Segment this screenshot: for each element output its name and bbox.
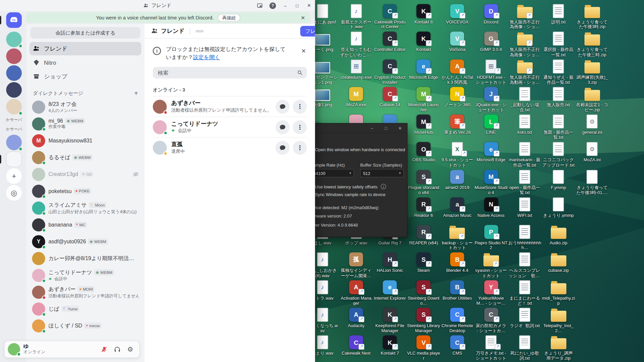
dm-list-item[interactable]: M Masayukisnow831 — [30, 132, 141, 149]
desktop-icon[interactable]: S Steam — [407, 252, 440, 273]
desktop-icon[interactable]: HDDFMT.exe - ショートカット — [474, 58, 508, 84]
desktop-icon[interactable]: C CMS — [440, 335, 474, 356]
desktop-icon[interactable]: C Cubase 14 — [373, 86, 407, 107]
info-icon[interactable]: i — [381, 184, 386, 189]
desktop-icon[interactable]: A かんたん！AITalk 3 関西風 — [440, 58, 474, 84]
desktop-icon[interactable]: ヘルスコンプレッション__歌詞.txt — [508, 252, 541, 278]
server-rail-item[interactable] — [6, 65, 22, 81]
dm-list-item[interactable]: mi_96 ◉ WEBM 作業中毒 — [30, 115, 141, 132]
desktop-icon[interactable]: 答え知ってもむずかしいわこれ.wav — [339, 31, 373, 57]
desktop-icon[interactable]: C Controller Editor — [373, 31, 407, 52]
desktop-icon[interactable]: ニコニコバックアップロード.txt — [542, 141, 575, 168]
desktop-icon[interactable]: 説明.txt — [542, 3, 575, 24]
friend-row[interactable]: あずきバー 活動者様以外原則フレンド申請許可してません。 ⋮ — [153, 96, 307, 117]
server-rail-item[interactable] — [6, 48, 22, 64]
desktop-icon[interactable]: M MoZA.exe — [339, 86, 373, 107]
sidebar-item-nitro[interactable]: Nitro — [30, 56, 141, 69]
help-icon[interactable]: ? — [266, 0, 279, 11]
server-rail-item[interactable] — [6, 82, 22, 98]
eye-slash-icon[interactable] — [133, 171, 139, 177]
desktop-icon[interactable]: G GIMP 3.0.4 — [474, 31, 508, 52]
server-rail-item[interactable] — [6, 32, 22, 47]
desktop-icon[interactable]: e Microsoft Edge — [474, 141, 508, 163]
desktop-icon[interactable]: きょうり食ってた午後3時.zip — [575, 3, 609, 29]
desktop-icon[interactable]: cubase.zip — [542, 252, 575, 273]
desktop-icon[interactable]: K Kontakt 7 — [373, 335, 407, 356]
desktop-icon[interactable]: 万引きメモ.txt - ショートカット — [474, 335, 508, 361]
mic-muted-icon[interactable] — [98, 344, 110, 355]
dialog-close-button[interactable]: ✕ — [393, 124, 407, 133]
desktop-icon[interactable]: K Keepforest File Manager — [373, 307, 407, 333]
desktop-icon[interactable]: L LINE — [474, 114, 508, 135]
dm-list-item[interactable]: るるそば ◉ WEBM — [30, 149, 141, 166]
desktop-icon[interactable]: Telepathy_Inst_2… — [542, 307, 575, 333]
minimize-button[interactable]: – — [279, 0, 291, 11]
desktop-icon[interactable]: 無題 - 親作品一覧.txt — [542, 114, 575, 140]
avatar[interactable] — [8, 343, 20, 356]
desktop-icon[interactable]: 無人販売不正行為動画 - ショートカット — [508, 58, 541, 84]
more-options-button[interactable]: ⋮ — [293, 100, 307, 114]
titlebar[interactable]: フレンド ? – □ ✕ — [0, 0, 315, 11]
desktop-icon[interactable]: 調声練習(失敗)_3.zip — [575, 58, 609, 84]
dm-list-item[interactable]: Creator13gd ⊘ GD — [30, 166, 141, 183]
close-button[interactable]: ✕ — [303, 0, 315, 11]
server-rail-item[interactable] — [6, 152, 22, 167]
desktop-icon[interactable]: R REAPER (x64) — [407, 224, 440, 245]
desktop-icon[interactable]: F.ymmp — [542, 169, 575, 190]
reconnect-button[interactable]: 再接続 — [218, 14, 240, 21]
more-options-button[interactable]: ⋮ — [293, 120, 307, 134]
sample-rate-select[interactable]: 44100 ▾ — [311, 169, 354, 177]
desktop-icon[interactable]: C Crypton Product Installer — [373, 58, 407, 84]
server-rail-item[interactable]: かサーバ — [6, 125, 22, 133]
friend-row[interactable]: 直孤 退席中 ⋮ — [153, 137, 307, 158]
desktop-icon[interactable]: ラジオ_歌詞.txt — [508, 307, 541, 328]
desktop-icon[interactable]: C 家の防犯カメラ - ショートカット — [474, 307, 508, 333]
search-input[interactable] — [157, 69, 297, 76]
desktop-icon[interactable]: 孤 孤独なインディーゲーム開発者の一生… — [339, 252, 373, 278]
desktop-icon[interactable]: general.ini — [575, 114, 609, 135]
server-rail-item[interactable] — [6, 135, 22, 150]
desktop-icon[interactable]: a airset2-2019 — [440, 169, 474, 190]
desktop-icon[interactable]: 通知うぜえ - 親作品一覧.txt — [542, 58, 575, 84]
dm-list-item[interactable]: こってりドーナツ ◉ WEBM 会話中 — [30, 267, 141, 284]
desktop-icon[interactable]: ksks.txt — [508, 114, 541, 135]
desktop-icon[interactable]: S Steinberg Downlo… — [407, 279, 440, 305]
dm-list-item[interactable]: poketetsu ● POKE — [30, 183, 141, 199]
banner-close-icon[interactable]: ✕ — [301, 14, 305, 20]
desktop-icon[interactable]: 無人販売不正行為画像 - ショートカット — [508, 31, 541, 57]
dm-list-item[interactable]: カレー卯丼@8/19より期限不明活動… — [30, 250, 141, 267]
desktop-icon[interactable]: P Piapro Studio NT2 — [474, 224, 508, 250]
tab[interactable] — [196, 30, 204, 32]
dm-list-item[interactable]: bananana ♥ MC — [30, 216, 141, 233]
desktop-icon[interactable]: manisekarin - 親作品一覧.txt — [508, 141, 541, 168]
add-friend-button[interactable]: フレンドに追加 — [300, 26, 315, 37]
message-button[interactable] — [276, 140, 290, 155]
headphones-icon[interactable] — [111, 344, 123, 355]
desktop-icon[interactable]: syasinn - ショートカット — [474, 252, 508, 278]
desktop-icon[interactable]: O OBS Studio — [407, 141, 440, 163]
desktop-icon[interactable]: S Steinberg Library Manager — [407, 307, 440, 333]
dm-list-item[interactable]: あずきバー ● MORI 活動者様以外原則フレンド申請許可してません。 — [30, 284, 141, 300]
server-rail-item[interactable]: ◎ — [6, 185, 22, 201]
gear-icon[interactable]: ⚙ — [124, 344, 136, 355]
desktop-icon[interactable]: C Cakewalk Next — [339, 335, 373, 356]
desktop-icon[interactable]: B Blender 4.4 — [440, 252, 474, 273]
desktop-icon[interactable]: M MuseHub — [407, 114, 440, 135]
desktop-icon[interactable]: 選択肢 - 親作品一覧.txt — [542, 31, 575, 57]
desktop-icon[interactable]: e Microsoft Edge — [407, 58, 440, 79]
server-rail-item[interactable] — [6, 99, 22, 115]
desktop-icon[interactable]: N Native Access — [474, 196, 508, 218]
dm-list-item[interactable]: ほしくず / SD ♥ meow — [30, 317, 141, 334]
desktop-icon[interactable]: a Amazon Music — [440, 196, 474, 218]
desktop-icon[interactable]: Y YukkuriMovieM… - ショートカット — [474, 279, 508, 305]
desktop-icon[interactable]: _起動しない場合.txt — [508, 86, 541, 112]
dm-list-item[interactable]: じば ☾ Yume — [30, 300, 141, 317]
desktop-icon[interactable]: V VLC media player — [407, 335, 440, 361]
pip-icon[interactable] — [253, 0, 266, 11]
join-or-create-button[interactable]: 会話に参加または作成する — [31, 27, 141, 39]
desktop-icon[interactable]: V VoiSona — [440, 31, 474, 52]
dm-list-item[interactable]: スライムアミサ ☾ Moon 山田と山田が好き(山田リョウと笑う4体の山) — [30, 199, 141, 216]
desktop-icon[interactable]: K Kontakt — [407, 31, 440, 52]
desktop-icon[interactable]: まにまにわーるど！.txt — [508, 279, 541, 305]
dm-list-item[interactable]: Y asdf@yuto0926 ◉ WEBM — [30, 233, 141, 250]
